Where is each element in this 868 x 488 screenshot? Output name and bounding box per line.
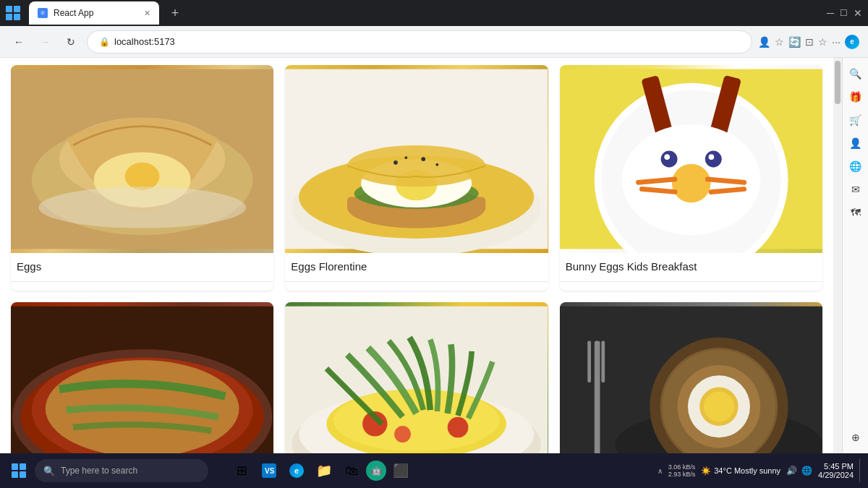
clock-time: 5:45 PM <box>824 462 854 471</box>
svg-point-17 <box>436 163 439 166</box>
sidebar-downloads-icon[interactable]: 👤 <box>846 133 866 153</box>
minimize-button[interactable]: ─ <box>827 7 834 19</box>
recipe-card[interactable]: Eggs with Green Onion <box>285 302 548 453</box>
svg-point-14 <box>347 145 485 187</box>
windows-icon <box>6 6 20 20</box>
star-icon[interactable]: ☆ <box>818 36 827 48</box>
split-view-icon[interactable]: ⊡ <box>805 36 814 48</box>
refresh-icon[interactable]: 🔄 <box>788 36 801 48</box>
svg-point-31 <box>660 151 677 168</box>
search-icon: 🔍 <box>43 466 55 476</box>
tab-close-icon[interactable]: ✕ <box>144 9 150 18</box>
taskbar-chatgpt-icon[interactable]: 🤖 <box>366 461 386 481</box>
browser-body: Eggs <box>0 58 868 453</box>
more-options-icon[interactable]: ··· <box>832 36 841 48</box>
edge-icon: e <box>845 35 859 49</box>
sidebar-settings-icon[interactable]: ⊕ <box>846 427 866 448</box>
forward-button[interactable]: → <box>35 32 55 52</box>
svg-point-15 <box>393 160 398 165</box>
page-content[interactable]: Eggs <box>0 58 833 453</box>
sidebar-tools-icon[interactable]: ✉ <box>846 179 866 200</box>
taskbar-search[interactable]: 🔍 Type here to search <box>35 459 208 482</box>
tray-icon-1[interactable]: 🔊 <box>786 466 797 476</box>
lock-icon: 🔒 <box>99 37 110 47</box>
profile-icon[interactable]: 👤 <box>758 36 770 48</box>
tray-expand-icon[interactable]: ∧ <box>658 467 663 475</box>
recipe-image <box>285 65 548 253</box>
start-button[interactable] <box>6 458 32 484</box>
svg-point-47 <box>394 426 411 442</box>
weather-text: 34°C Mostly sunny <box>714 466 780 475</box>
tab-title: React App <box>54 8 93 18</box>
svg-point-59 <box>704 391 734 421</box>
upload-speed: 3.06 kB/s <box>668 463 696 471</box>
recipe-title: Bunny Eggs Kids Breakfast <box>560 253 822 275</box>
sidebar-copilot-icon[interactable]: 🌐 <box>846 156 866 176</box>
svg-point-32 <box>705 151 721 168</box>
system-tray: ∧ 3.06 kB/s 2.93 kB/s ☀️ 34°C Mostly sun… <box>658 459 862 482</box>
tray-icon-2[interactable]: 🌐 <box>801 466 812 476</box>
clock[interactable]: 5:45 PM 4/29/2024 <box>818 462 854 479</box>
reload-button[interactable]: ↻ <box>61 32 81 52</box>
taskbar-widgets-icon[interactable]: ⊞ <box>229 458 255 484</box>
recipe-image <box>11 302 273 453</box>
browser-titlebar: ⚛ React App ✕ + ─ ☐ ✕ <box>0 0 868 26</box>
svg-rect-50 <box>587 341 591 382</box>
recipe-image <box>11 65 273 253</box>
svg-point-46 <box>448 417 469 438</box>
svg-point-34 <box>708 154 714 160</box>
svg-point-26 <box>672 164 711 203</box>
svg-point-33 <box>664 154 670 160</box>
taskbar-store-icon[interactable]: 🛍 <box>339 458 365 484</box>
address-bar: ← → ↻ 🔒 localhost:5173 👤 ☆ 🔄 ⊡ ☆ ··· e <box>0 26 868 58</box>
sidebar-favorites-icon[interactable]: 🎁 <box>846 87 866 107</box>
svg-point-4 <box>125 163 160 190</box>
svg-point-16 <box>422 157 426 161</box>
edge-sidebar: 🔍 🎁 🛒 👤 🌐 ✉ 🗺 ⊕ <box>842 58 868 453</box>
tray-icons: 🔊 🌐 <box>786 466 812 476</box>
sidebar-games-icon[interactable]: 🗺 <box>846 202 866 223</box>
taskbar-terminal-icon[interactable]: ⬛ <box>388 458 414 484</box>
favorites-icon[interactable]: ☆ <box>775 36 784 48</box>
recipe-card[interactable]: Activate Windows Scotch Egg <box>560 302 822 453</box>
sidebar-history-icon[interactable]: 🛒 <box>846 110 866 130</box>
recipe-image <box>285 302 548 453</box>
taskbar-explorer-icon[interactable]: 📁 <box>311 458 337 484</box>
recipe-image: Activate Windows <box>560 302 822 453</box>
weather-icon: ☀️ <box>701 466 711 476</box>
recipe-card[interactable]: Bunny Eggs Kids Breakfast <box>560 65 822 291</box>
recipe-card[interactable]: Eggs <box>11 65 273 291</box>
svg-text:VS: VS <box>265 467 275 475</box>
browser-tab[interactable]: ⚛ React App ✕ <box>29 1 159 25</box>
maximize-button[interactable]: ☐ <box>840 8 848 18</box>
search-placeholder: Type here to search <box>61 466 137 476</box>
window-controls <box>6 6 23 20</box>
svg-point-5 <box>38 187 246 228</box>
taskbar-icons: ⊞ VS e 📁 🛍 🤖 ⬛ <box>211 458 431 484</box>
tab-favicon: ⚛ <box>38 8 48 18</box>
windows-logo <box>12 463 26 478</box>
download-speed: 2.93 kB/s <box>668 471 696 478</box>
recipe-title: Eggs Florentine <box>285 253 548 275</box>
recipe-card[interactable]: Eggs Florentine <box>285 65 548 291</box>
network-stats: 3.06 kB/s 2.93 kB/s <box>668 463 696 478</box>
toolbar-icons: 👤 ☆ 🔄 ⊡ ☆ ··· e <box>758 35 859 49</box>
scrollbar-thumb[interactable] <box>835 61 841 104</box>
recipe-grid: Eggs <box>11 65 822 453</box>
svg-rect-51 <box>601 341 605 382</box>
scrollbar[interactable] <box>833 58 842 453</box>
svg-point-18 <box>405 156 408 159</box>
clock-date: 4/29/2024 <box>818 471 854 479</box>
weather-info[interactable]: ☀️ 34°C Mostly sunny <box>701 466 780 476</box>
back-button[interactable]: ← <box>9 32 29 52</box>
url-bar[interactable]: 🔒 localhost:5173 <box>87 30 752 53</box>
taskbar-edge-icon[interactable]: e <box>284 458 310 484</box>
taskbar-vscode-icon[interactable]: VS <box>256 458 282 484</box>
close-window-button[interactable]: ✕ <box>854 7 862 19</box>
show-desktop-button[interactable] <box>859 459 862 482</box>
url-text: localhost:5173 <box>114 36 175 47</box>
new-tab-button[interactable]: + <box>165 3 185 23</box>
svg-rect-49 <box>594 341 600 453</box>
recipe-card[interactable]: Egg Pizza <box>11 302 273 453</box>
sidebar-search-icon[interactable]: 🔍 <box>846 64 866 84</box>
